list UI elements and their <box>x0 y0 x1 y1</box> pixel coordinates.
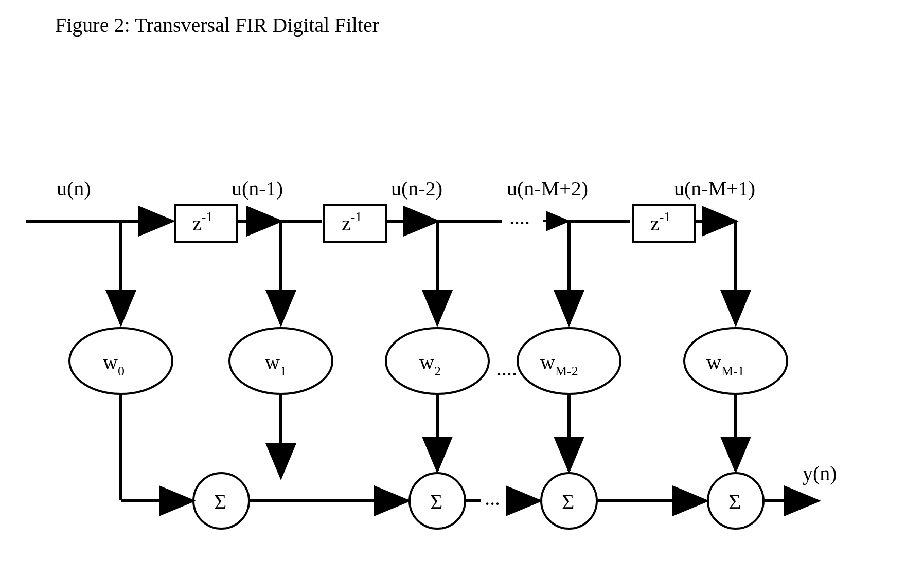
tap-label-1: u(n-1) <box>232 177 283 200</box>
sum-label-0: Σ <box>214 490 226 514</box>
weight-node-4 <box>684 328 787 394</box>
weight-label-1: w1 <box>265 351 287 378</box>
sum-label-2: Σ <box>562 490 574 514</box>
weight-node-2 <box>386 328 489 394</box>
ellipsis-top: .... <box>509 206 530 229</box>
tap-label-0: u(n) <box>57 177 91 200</box>
ellipsis-bot: ... <box>485 486 500 510</box>
tap-label-4: u(n-M+1) <box>674 177 755 200</box>
weight-label-2: w2 <box>419 351 441 378</box>
filter-diagram: u(n) u(n-1) u(n-2) u(n-M+2) u(n-M+1) z-1… <box>0 0 924 578</box>
weight-node-0 <box>69 328 172 394</box>
tap-label-2: u(n-2) <box>391 177 442 200</box>
weight-node-3 <box>518 328 620 394</box>
sum-label-1: Σ <box>430 490 442 514</box>
sum-label-3: Σ <box>728 490 741 514</box>
weight-label-3: wM-2 <box>540 351 578 378</box>
output-label: y(n) <box>803 462 837 485</box>
ellipsis-mid: .... <box>496 357 517 380</box>
weight-label-0: w0 <box>103 351 125 378</box>
weight-node-1 <box>229 328 332 394</box>
weight-label-4: wM-1 <box>706 351 744 378</box>
tap-label-3: u(n-M+2) <box>507 177 588 200</box>
